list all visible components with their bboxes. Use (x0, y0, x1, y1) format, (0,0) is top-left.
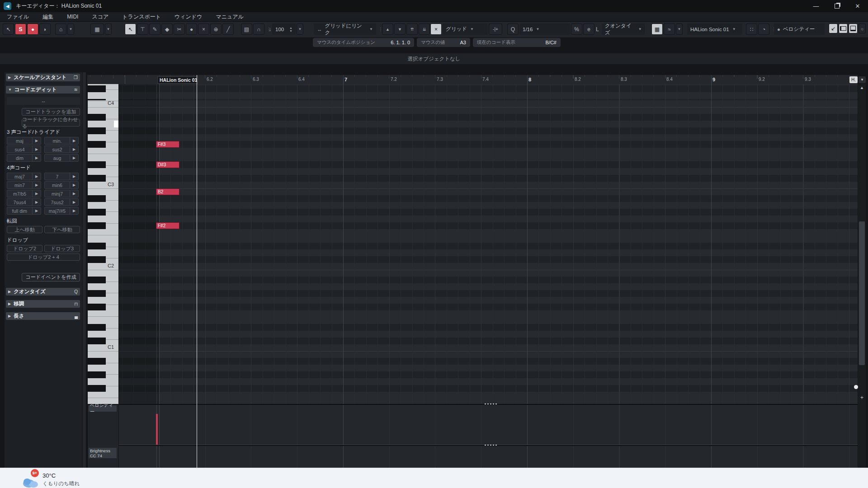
length-section-header[interactable]: ▶ 長さ ▄ (6, 312, 80, 320)
midi-note-b2[interactable]: B2 (156, 188, 179, 195)
scroll-up-icon[interactable]: ▲ (858, 84, 866, 91)
scrollbar-thumb[interactable] (859, 221, 865, 365)
stepper-arrows-icon[interactable]: ▲▼ (289, 26, 292, 33)
nudge-down-icon[interactable]: ⇊ (419, 23, 430, 35)
object-selection-tool[interactable]: ↖ (125, 23, 136, 35)
midi-input-button[interactable]: ◔ (758, 23, 769, 35)
quantize-panel-button[interactable]: e (583, 23, 594, 35)
setup-toolbar-button[interactable]: ☼ (859, 23, 866, 33)
left-zone-toggle[interactable] (839, 23, 848, 33)
chord-variant-arrow-icon[interactable]: ▶ (70, 155, 78, 161)
minimize-button[interactable]: — (806, 0, 826, 12)
line-tool[interactable]: ╱ (222, 23, 234, 35)
chord-button-sus4[interactable]: sus4▶ (7, 145, 41, 153)
acoustic-feedback-button[interactable]: ● (27, 23, 38, 35)
chord-variant-arrow-icon[interactable]: ▶ (70, 173, 78, 180)
midi-note-fs3[interactable]: F#3 (156, 141, 179, 148)
menu-item[interactable]: ウィンドウ (168, 13, 209, 21)
snap-on-off-button[interactable]: × (430, 23, 442, 35)
menu-item[interactable]: MIDI (60, 14, 85, 20)
chord-button-maj75[interactable]: maj7/#5▶ (44, 207, 79, 215)
menu-item[interactable]: トランスポート (115, 13, 168, 21)
chord-button-maj[interactable]: maj▶ (7, 137, 41, 145)
weather-widget[interactable]: 30°C くもりのち晴れ 9+ (21, 472, 111, 488)
menu-item[interactable]: スコア (85, 13, 115, 21)
vertical-scrollbar[interactable]: ▲ + (858, 84, 866, 468)
step-input-button[interactable]: ∷ (746, 23, 757, 35)
add-chord-track-button[interactable]: コードトラックを追加 (22, 108, 80, 116)
chord-button-dim[interactable]: dim▶ (7, 154, 41, 162)
window-layout-button[interactable]: ⌂ (55, 23, 66, 35)
transpose-section-header[interactable]: ▶ 移調 ⊓ (6, 300, 80, 308)
nudge-start-right-icon[interactable]: ▼ (394, 23, 406, 35)
chord-button-aug[interactable]: aug▶ (44, 154, 79, 162)
drop24-button[interactable]: ドロップ2 + 4 (7, 253, 80, 261)
chord-variant-arrow-icon[interactable]: ▶ (33, 146, 41, 153)
chord-button-7sus2[interactable]: 7sus2▶ (44, 198, 79, 206)
note-display-grid[interactable]: F#3D#3B2F#2 (119, 84, 858, 404)
edit-active-part-button[interactable]: ≈ (664, 23, 675, 35)
nudge-start-left-icon[interactable]: ▲ (382, 23, 393, 35)
snap-type-dropdown[interactable]: グリッド ▼ (443, 23, 488, 35)
timeline-ruler[interactable]: 6.26.36.477.27.37.488.28.38.499.29.39. (87, 75, 858, 84)
independent-loop-icon[interactable]: ◗ (39, 23, 51, 35)
chord-variant-arrow-icon[interactable]: ▶ (70, 207, 78, 214)
solo-editor-button[interactable]: S (15, 23, 26, 35)
chord-button-sus2[interactable]: sus2▶ (44, 145, 79, 153)
chord-button-fulldim[interactable]: full dim▶ (7, 207, 41, 215)
chord-button-7sus4[interactable]: 7sus4▶ (7, 198, 41, 206)
part-name-label[interactable]: HALion Sonic 01 (157, 76, 198, 84)
draw-tool[interactable]: ✎ (149, 23, 160, 35)
loop-button[interactable]: ∩ (253, 23, 264, 35)
cc74-lane[interactable] (119, 446, 858, 468)
insert-velocity-field[interactable]: 100 ▲▼ (272, 23, 296, 35)
ruler-options-dropdown[interactable]: ▼ (859, 76, 866, 83)
chord-button-7[interactable]: 7▶ (44, 173, 79, 180)
part-edit-dropdown[interactable]: ▼ (676, 23, 683, 35)
inversion-down-button[interactable]: 下へ移動 (44, 226, 80, 233)
velocity-lane-selector[interactable]: ベロシティー (89, 405, 117, 412)
show-part-borders-button[interactable]: ▦ (651, 23, 663, 35)
zoom-in-icon[interactable]: + (858, 394, 866, 401)
trim-tool[interactable]: ⊤ (137, 23, 148, 35)
inversion-up-button[interactable]: 上へ移動 (7, 226, 42, 233)
quantize-q-icon[interactable]: Q (507, 23, 519, 35)
chord-button-min7[interactable]: min7▶ (7, 181, 41, 189)
drop2-button[interactable]: ドロップ2 (7, 245, 42, 252)
chord-button-minj7[interactable]: minj7▶ (44, 190, 79, 197)
match-chord-track-button[interactable]: コードトラックに合わせる (22, 119, 80, 127)
menu-item[interactable]: ファイル (0, 13, 36, 21)
autoscroll-button[interactable]: ▤ (241, 23, 252, 35)
chord-button-min6[interactable]: min6▶ (44, 181, 79, 189)
scale-assistant-section[interactable]: ▶ スケールアシスタント ❒ (6, 74, 80, 81)
swing-button[interactable]: % (571, 23, 582, 35)
chord-variant-arrow-icon[interactable]: ▶ (33, 137, 41, 144)
track-visibility-button[interactable]: ▦ (90, 23, 104, 35)
chord-button-min[interactable]: min.▶ (44, 137, 79, 145)
split-tool[interactable]: ✂ (174, 23, 185, 35)
chord-variant-arrow-icon[interactable]: ▶ (70, 190, 78, 197)
restore-button[interactable] (826, 0, 847, 12)
erase-tool[interactable]: ◆ (161, 23, 173, 35)
chord-edit-section[interactable]: ▼ コードエディット ≋ (6, 86, 80, 94)
chord-variant-arrow-icon[interactable]: ▶ (70, 146, 78, 153)
open-in-lower-zone-button[interactable]: ↙ (829, 23, 838, 33)
chord-variant-arrow-icon[interactable]: ▶ (70, 182, 78, 188)
project-cursor[interactable] (197, 75, 197, 468)
zoom-preset-button[interactable]: H. (849, 76, 858, 83)
chord-button-m7b5[interactable]: m7/b5▶ (7, 190, 41, 197)
auto-select-controllers-icon[interactable]: ↖ (3, 23, 14, 35)
nudge-up-icon[interactable]: ⇈ (406, 23, 418, 35)
create-chord-event-button[interactable]: コードイベントを作成 (22, 273, 80, 282)
event-colors-dropdown[interactable]: ● ベロシティー (774, 23, 825, 35)
window-layout-dropdown[interactable]: ▼ (67, 23, 74, 35)
chord-variant-arrow-icon[interactable]: ▶ (70, 137, 78, 144)
drop3-button[interactable]: ドロップ3 (44, 245, 80, 252)
panel-scroll-strip[interactable] (83, 72, 86, 468)
lane-resize-handle-icon[interactable] (485, 445, 497, 446)
zoom-knob[interactable] (854, 385, 858, 389)
velocity-bar[interactable] (156, 414, 158, 445)
lane-resize-handle-icon[interactable] (485, 404, 497, 404)
velocity-lane[interactable] (119, 405, 858, 445)
midi-note-fs2[interactable]: F#2 (156, 222, 179, 229)
